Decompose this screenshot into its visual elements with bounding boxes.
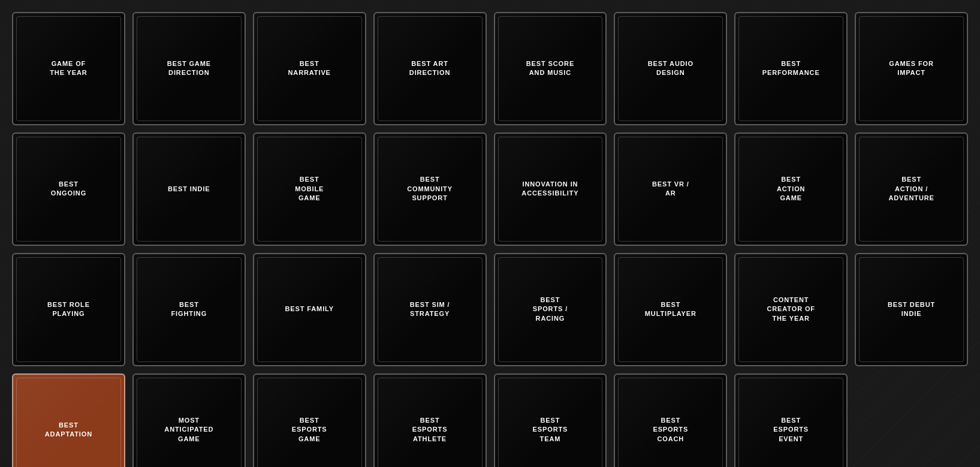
category-label-game-of-the-year: GAME OFTHE YEAR	[45, 55, 92, 83]
category-card-best-score-and-music[interactable]: BEST SCOREAND MUSIC	[494, 12, 607, 125]
category-card-best-esports-event[interactable]: BESTESPORTSEVENT	[734, 373, 848, 467]
category-card-best-audio-design[interactable]: BEST AUDIODESIGN	[614, 12, 727, 125]
category-card-best-sports-racing[interactable]: BESTSPORTS /RACING	[494, 253, 607, 366]
category-card-game-of-the-year[interactable]: GAME OFTHE YEAR	[12, 12, 125, 125]
category-label-best-community-support: BESTCOMMUNITYSUPPORT	[402, 170, 457, 207]
category-label-best-audio-design: BEST AUDIODESIGN	[643, 55, 698, 83]
category-label-best-action-adventure: BESTACTION /ADVENTURE	[883, 170, 939, 207]
category-label-best-art-direction: BEST ARTDIRECTION	[405, 55, 455, 83]
category-card-most-anticipated-game[interactable]: MOSTANTICIPATEDGAME	[132, 373, 246, 467]
category-label-content-creator-of-the-year: CONTENTCREATOR OFTHE YEAR	[762, 291, 820, 328]
category-grid: GAME OFTHE YEARBEST GAMEDIRECTIONBESTNAR…	[12, 12, 968, 467]
category-card-best-narrative[interactable]: BESTNARRATIVE	[253, 12, 366, 125]
category-card-best-community-support[interactable]: BESTCOMMUNITYSUPPORT	[373, 132, 487, 246]
category-label-best-narrative: BESTNARRATIVE	[284, 55, 336, 83]
category-label-best-fighting: BESTFIGHTING	[167, 296, 212, 324]
category-card-best-family[interactable]: BEST FAMILY	[253, 253, 366, 366]
category-card-best-esports-coach[interactable]: BESTESPORTSCOACH	[614, 373, 727, 467]
category-card-best-fighting[interactable]: BESTFIGHTING	[132, 253, 246, 366]
category-card-games-for-impact[interactable]: GAMES FORIMPACT	[855, 12, 968, 125]
category-label-best-family: BEST FAMILY	[280, 300, 338, 318]
category-card-best-esports-athlete[interactable]: BESTESPORTSATHLETE	[373, 373, 487, 467]
category-card-best-indie[interactable]: BEST INDIE	[132, 132, 246, 246]
category-card-best-esports-team[interactable]: BESTESPORTSTEAM	[494, 373, 607, 467]
category-card-best-debut-indie[interactable]: BEST DEBUTINDIE	[855, 253, 968, 366]
category-card-best-vr-ar[interactable]: BEST VR /AR	[614, 132, 727, 246]
category-label-best-adaptation: BESTADAPTATION	[40, 416, 97, 444]
category-card-best-mobile-game[interactable]: BESTMOBILEGAME	[253, 132, 366, 246]
category-card-best-game-direction[interactable]: BEST GAMEDIRECTION	[132, 12, 246, 125]
category-label-best-esports-coach: BESTESPORTSCOACH	[648, 411, 693, 448]
category-label-best-esports-athlete: BESTESPORTSATHLETE	[408, 411, 453, 448]
category-card-best-performance[interactable]: BESTPERFORMANCE	[734, 12, 848, 125]
category-card-content-creator-of-the-year[interactable]: CONTENTCREATOR OFTHE YEAR	[734, 253, 848, 366]
category-label-best-esports-team: BESTESPORTSTEAM	[528, 411, 573, 448]
category-label-best-multiplayer: BESTMULTIPLAYER	[640, 296, 701, 324]
category-label-best-sports-racing: BESTSPORTS /RACING	[528, 291, 572, 328]
category-label-best-indie: BEST INDIE	[163, 180, 215, 198]
category-label-best-esports-event: BESTESPORTSEVENT	[768, 411, 813, 448]
category-label-innovation-in-accessibility: INNOVATION INACCESSIBILITY	[517, 175, 583, 203]
category-label-best-mobile-game: BESTMOBILEGAME	[290, 170, 328, 207]
category-label-best-game-direction: BEST GAMEDIRECTION	[162, 55, 216, 83]
category-label-most-anticipated-game: MOSTANTICIPATEDGAME	[159, 411, 218, 448]
category-label-best-role-playing: BEST ROLEPLAYING	[43, 296, 95, 324]
category-card-best-sim-strategy[interactable]: BEST SIM /STRATEGY	[373, 253, 487, 366]
category-card-best-ongoing[interactable]: BESTONGOING	[12, 132, 125, 246]
category-card-best-adaptation[interactable]: BESTADAPTATION	[12, 373, 125, 467]
category-card-best-esports-game[interactable]: BESTESPORTSGAME	[253, 373, 366, 467]
category-card-best-role-playing[interactable]: BEST ROLEPLAYING	[12, 253, 125, 366]
category-label-best-vr-ar: BEST VR /AR	[647, 175, 694, 203]
category-label-best-action-game: BESTACTIONGAME	[772, 170, 810, 207]
category-label-games-for-impact: GAMES FORIMPACT	[884, 55, 939, 83]
category-label-best-ongoing: BESTONGOING	[46, 175, 91, 203]
category-card-best-multiplayer[interactable]: BESTMULTIPLAYER	[614, 253, 727, 366]
category-card-best-art-direction[interactable]: BEST ARTDIRECTION	[373, 12, 487, 125]
category-label-best-score-and-music: BEST SCOREAND MUSIC	[521, 55, 579, 83]
category-label-best-esports-game: BESTESPORTSGAME	[287, 411, 332, 448]
category-label-best-performance: BESTPERFORMANCE	[758, 55, 825, 83]
category-card-best-action-adventure[interactable]: BESTACTION /ADVENTURE	[855, 132, 968, 246]
category-card-best-action-game[interactable]: BESTACTIONGAME	[734, 132, 848, 246]
category-card-innovation-in-accessibility[interactable]: INNOVATION INACCESSIBILITY	[494, 132, 607, 246]
category-label-best-sim-strategy: BEST SIM /STRATEGY	[405, 296, 455, 324]
category-label-best-debut-indie: BEST DEBUTINDIE	[883, 296, 940, 324]
